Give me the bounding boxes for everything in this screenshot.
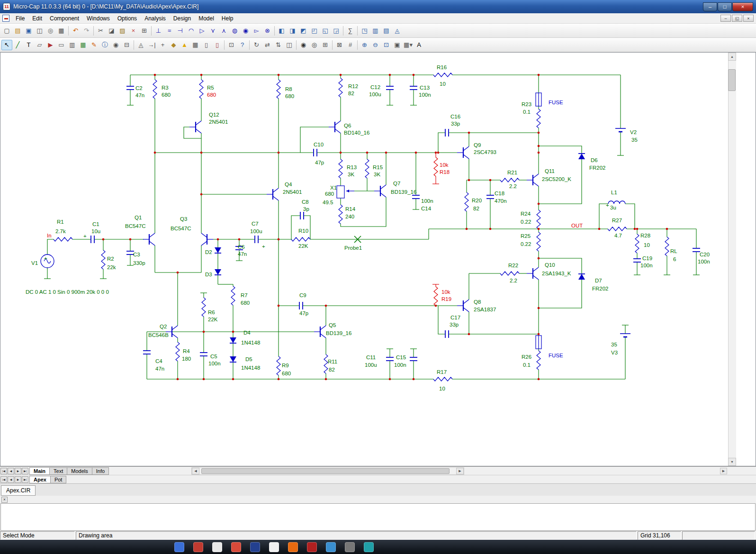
panel-close-button[interactable]: × <box>1 497 8 503</box>
scroll-left-button[interactable]: ◀ <box>192 468 199 474</box>
horizontal-scrollbar[interactable]: ◀ ▶ <box>191 467 464 475</box>
vertical-scroll-thumb[interactable] <box>728 69 736 91</box>
capacitor-component-icon[interactable]: ⊣ <box>175 26 186 36</box>
taskbar-app-4[interactable] <box>231 542 241 552</box>
refine-icon[interactable]: ◆ <box>168 40 179 50</box>
sheet-tabs-nav-0[interactable]: |◀ <box>0 476 7 483</box>
mirror-vertical-icon[interactable]: ⇅ <box>273 40 284 50</box>
page-tabs-nav-0[interactable]: |◀ <box>0 468 7 474</box>
drawing-area[interactable] <box>0 52 756 466</box>
dynamic-dc-icon[interactable]: ◰ <box>309 26 320 36</box>
tab-models[interactable]: Models <box>67 467 92 475</box>
display-mode-dropdown-icon[interactable]: ▦▾ <box>403 40 414 50</box>
zoom-in-icon[interactable]: ⊕ <box>359 40 370 50</box>
sensitivity-icon[interactable]: ◲ <box>331 26 342 36</box>
find-part-icon[interactable]: ◬ <box>135 40 146 50</box>
ac-analysis-icon[interactable]: ◨ <box>287 26 298 36</box>
voltage-source-component-icon[interactable]: ◍ <box>229 26 240 36</box>
taskbar-app-10[interactable] <box>345 542 355 552</box>
sheet-tabs-nav-3[interactable]: ▶| <box>22 476 28 483</box>
menu-windows[interactable]: Windows <box>83 14 114 23</box>
crosshair-icon[interactable]: + <box>157 40 168 50</box>
page-tabs-nav-1[interactable]: ◀ <box>8 468 14 474</box>
taskbar-app-6[interactable] <box>269 542 279 552</box>
help-mode-icon[interactable]: ⊠ <box>334 40 345 50</box>
region-icon[interactable]: ⊡ <box>226 40 237 50</box>
camera-icon[interactable]: ◉ <box>110 40 121 50</box>
taskbar-app-5[interactable] <box>250 542 260 552</box>
taskbar-app-1[interactable] <box>174 542 184 552</box>
tab-main[interactable]: Main <box>29 467 50 475</box>
scroll-right-button[interactable]: ▶ <box>456 468 464 474</box>
attributes-icon[interactable]: ⊞ <box>320 40 331 50</box>
attribute-text-icon[interactable]: ⊟ <box>121 40 132 50</box>
clear-icon[interactable]: × <box>128 26 139 36</box>
menu-edit[interactable]: Edit <box>28 14 46 23</box>
step-icon[interactable]: →| <box>146 40 157 50</box>
taskbar-app-2[interactable] <box>193 542 203 552</box>
sheet-tabs-nav-1[interactable]: ◀ <box>8 476 14 483</box>
cascade-windows-icon[interactable]: ◳ <box>359 26 370 36</box>
print-icon[interactable]: ▦ <box>56 26 67 36</box>
taskbar-app-3[interactable] <box>212 542 222 552</box>
calculator-icon[interactable]: ∑ <box>345 26 356 36</box>
mdi-minimize-button[interactable]: – <box>720 15 731 22</box>
page-tabs-nav-3[interactable]: ▶| <box>22 468 28 474</box>
sheet-tabs-nav-2[interactable]: ▶ <box>15 476 21 483</box>
horizontal-scroll-thumb[interactable] <box>201 468 450 474</box>
save-as-icon[interactable]: ◫ <box>34 26 45 36</box>
ground-component-icon[interactable]: ⊥ <box>153 26 164 36</box>
diode-component-icon[interactable]: ▷ <box>197 26 207 36</box>
menu-help[interactable]: Help <box>218 14 237 23</box>
current-source-component-icon[interactable]: ◉ <box>240 26 251 36</box>
open-file-icon[interactable]: ▤ <box>12 26 23 36</box>
mdi-close-button[interactable]: × <box>743 15 754 22</box>
resistor-component-icon[interactable]: ≈ <box>164 26 175 36</box>
remove-page-icon[interactable]: ▯ <box>212 40 223 50</box>
zoom-out-icon[interactable]: ⊖ <box>370 40 381 50</box>
scope-window-icon[interactable]: ▭ <box>56 40 67 50</box>
copy-image-icon[interactable]: ▣ <box>392 40 403 50</box>
mirror-horizontal-icon[interactable]: ⇄ <box>262 40 273 50</box>
title-bar[interactable]: 11 Micro-Cap 11.0.3.3 (64 bit) 0 - [D:\M… <box>0 0 756 13</box>
wire-mode-icon[interactable]: ╱ <box>12 40 23 50</box>
redo-icon[interactable]: ↷ <box>81 26 92 36</box>
tile-vertical-icon[interactable]: ▥ <box>370 26 381 36</box>
new-file-icon[interactable]: ▢ <box>1 26 12 36</box>
mdi-restore-button[interactable]: ◱ <box>732 15 742 22</box>
help-topics-icon[interactable]: ? <box>237 40 248 50</box>
node-numbers-icon[interactable]: # <box>345 40 356 50</box>
sheet-tab-apex[interactable]: Apex <box>29 476 51 483</box>
page-tabs-nav-2[interactable]: ▶ <box>15 468 21 474</box>
menu-model[interactable]: Model <box>195 14 218 23</box>
repeat-find-icon[interactable]: ◎ <box>309 40 320 50</box>
menu-file[interactable]: File <box>12 14 28 23</box>
font-icon[interactable]: A <box>414 40 424 50</box>
tab-scroll-right-button[interactable]: ▶ <box>720 468 727 474</box>
rotate-icon[interactable]: ↻ <box>251 40 262 50</box>
vertical-scrollbar[interactable] <box>728 53 736 466</box>
tab-text[interactable]: Text <box>49 467 67 475</box>
menu-component[interactable]: Component <box>46 14 83 23</box>
find-icon[interactable]: ◉ <box>298 40 309 50</box>
panel-text-area[interactable] <box>0 503 756 531</box>
transient-analysis-icon[interactable]: ◧ <box>276 26 287 36</box>
close-button[interactable]: × <box>732 2 753 11</box>
picture-icon[interactable]: ▦ <box>78 40 89 50</box>
windows-taskbar[interactable] <box>0 540 756 554</box>
taskbar-app-9[interactable] <box>326 542 336 552</box>
menu-options[interactable]: Options <box>114 14 141 23</box>
transfer-function-icon[interactable]: ◱ <box>320 26 331 36</box>
print-preview-icon[interactable]: ◎ <box>45 26 56 36</box>
tab-info[interactable]: Info <box>92 467 109 475</box>
add-page-icon[interactable]: ▯ <box>201 40 212 50</box>
select-mode-icon[interactable]: ↖ <box>1 40 12 50</box>
sheet-tab-pot[interactable]: Pot <box>50 476 67 483</box>
flag-mode-icon[interactable]: ▶ <box>45 40 56 50</box>
minimize-button[interactable]: – <box>703 2 717 11</box>
opamp-component-icon[interactable]: ▻ <box>251 26 262 36</box>
file-tab[interactable]: Apex.CIR <box>1 485 36 496</box>
menu-analysis[interactable]: Analysis <box>141 14 170 23</box>
undo-icon[interactable]: ↶ <box>70 26 81 36</box>
maximize-button[interactable]: □ <box>718 2 732 11</box>
